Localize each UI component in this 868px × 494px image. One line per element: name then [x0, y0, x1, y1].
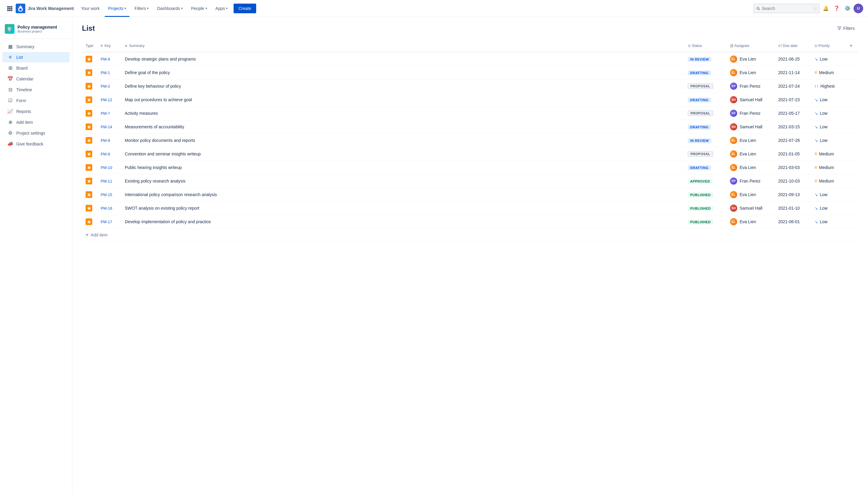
- cell-type: ▣: [82, 161, 97, 174]
- user-avatar[interactable]: U: [853, 4, 863, 13]
- table-row[interactable]: ▣ PM-8 Convention and seminar insights w…: [82, 147, 858, 161]
- cell-summary: Develop strategic plans and programs: [121, 52, 684, 66]
- status-badge[interactable]: DRAFTING: [688, 165, 711, 170]
- status-badge[interactable]: DRAFTING: [688, 125, 711, 130]
- logo[interactable]: Jira Work Management: [16, 4, 74, 13]
- sidebar-item-list[interactable]: ≡ List: [2, 52, 70, 62]
- issue-key-link[interactable]: PM-12: [101, 98, 112, 102]
- table-row[interactable]: ▣ PM-12 Map out procedures to achieve go…: [82, 93, 858, 107]
- task-icon: ▣: [86, 110, 92, 117]
- sidebar-item-board[interactable]: ⊞ Board: [2, 63, 70, 73]
- table-row[interactable]: ▣ PM-16 SWOT analysis on existing policy…: [82, 202, 858, 215]
- table-row[interactable]: ▣ PM-1 Define goal of the policy DRAFTIN…: [82, 66, 858, 79]
- table-row[interactable]: ▣ PM-9 Monitor policy documents and repo…: [82, 134, 858, 147]
- table-row[interactable]: ▣ PM-2 Define key behaviour of policy PR…: [82, 79, 858, 93]
- create-button[interactable]: Create: [234, 4, 256, 13]
- table-row[interactable]: ▣ PM-9 Develop strategic plans and progr…: [82, 52, 858, 66]
- settings-button[interactable]: ⚙️: [843, 4, 852, 13]
- priority-label: Low: [820, 192, 828, 197]
- priority-icon: ≡: [814, 151, 817, 157]
- avatar: EL: [730, 164, 737, 171]
- cell-status: PUBLISHED: [684, 188, 726, 202]
- table-row[interactable]: ▣ PM-7 Activity measures PROPOSAL FP Fra…: [82, 107, 858, 120]
- add-column-button[interactable]: +: [848, 42, 855, 50]
- issue-key-link[interactable]: PM-16: [101, 206, 112, 211]
- add-item-icon: ⊕: [7, 119, 13, 125]
- reports-icon: 📈: [7, 109, 13, 114]
- assignee-cell: EL Eva Lien: [730, 164, 771, 171]
- nav-projects[interactable]: Projects ▾: [105, 0, 130, 17]
- cell-add: [844, 147, 858, 161]
- svg-rect-5: [11, 8, 12, 10]
- assignee-name: Samuel Hall: [740, 206, 762, 211]
- filters-caret: ▾: [147, 7, 149, 10]
- sidebar-item-timeline[interactable]: ⊟ Timeline: [2, 84, 70, 95]
- nav-people[interactable]: People ▾: [187, 0, 211, 17]
- nav-apps[interactable]: Apps ▾: [212, 0, 232, 17]
- issue-summary: Map out procedures to achieve goal: [125, 97, 192, 102]
- issue-key-link[interactable]: PM-15: [101, 192, 112, 197]
- status-badge[interactable]: APPROVED: [688, 179, 713, 184]
- nav-filters[interactable]: Filters ▾: [131, 0, 152, 17]
- issue-key-link[interactable]: PM-8: [101, 152, 110, 156]
- avatar: SH: [730, 205, 737, 212]
- sidebar-item-calendar[interactable]: 📅 Calendar: [2, 74, 70, 84]
- add-item-cell[interactable]: + Add item: [82, 229, 858, 242]
- sidebar-item-give-feedback[interactable]: 📣 Give feedback: [2, 138, 70, 149]
- sidebar-item-add-item[interactable]: ⊕ Add item: [2, 117, 70, 128]
- issue-key-link[interactable]: PM-9: [101, 138, 110, 143]
- cell-type: ▣: [82, 66, 97, 79]
- issue-key-link[interactable]: PM-10: [101, 165, 112, 170]
- nav-your-work[interactable]: Your work: [77, 0, 104, 17]
- search-box[interactable]: /: [754, 4, 820, 13]
- status-badge[interactable]: IN REVIEW: [688, 138, 711, 143]
- priority-label: Low: [820, 206, 828, 211]
- issue-key-link[interactable]: PM-14: [101, 125, 112, 129]
- projects-caret: ▾: [125, 7, 126, 10]
- priority-label: Medium: [819, 152, 834, 156]
- cell-status: APPROVED: [684, 174, 726, 188]
- status-badge[interactable]: IN REVIEW: [688, 57, 711, 62]
- status-badge[interactable]: DRAFTING: [688, 71, 711, 75]
- priority-cell: ↘ Low: [814, 138, 840, 143]
- issue-key-link[interactable]: PM-7: [101, 111, 110, 116]
- add-item-button[interactable]: + Add item: [86, 232, 855, 238]
- nav-dashboards[interactable]: Dashboards ▾: [153, 0, 186, 17]
- issue-key-link[interactable]: PM-9: [101, 57, 110, 61]
- cell-type: ▣: [82, 147, 97, 161]
- status-badge[interactable]: PUBLISHED: [688, 220, 713, 224]
- table-row[interactable]: ▣ PM-15 International policy comparison …: [82, 188, 858, 202]
- issue-summary: Define key behaviour of policy: [125, 84, 181, 89]
- table-row[interactable]: ▣ PM-11 Existing policy research analysi…: [82, 174, 858, 188]
- status-badge[interactable]: DRAFTING: [688, 98, 711, 102]
- assignee-cell: FP Fran Perez: [730, 177, 771, 185]
- cell-summary: Convention and seminar insights writeup: [121, 147, 684, 161]
- table-row[interactable]: ▣ PM-14 Measurements of accountability D…: [82, 120, 858, 134]
- priority-label: Highest: [820, 84, 834, 89]
- main-content: List Filters Type # Key ≡ Summa: [72, 17, 868, 494]
- status-badge[interactable]: PUBLISHED: [688, 192, 713, 197]
- status-badge[interactable]: PROPOSAL: [688, 83, 713, 89]
- table-row[interactable]: ▣ PM-17 Develop implementation of policy…: [82, 215, 858, 229]
- notifications-button[interactable]: 🔔: [821, 4, 831, 13]
- cell-priority: ↘ Low: [811, 93, 844, 107]
- sidebar-item-project-settings[interactable]: ⚙ Project settings: [2, 128, 70, 138]
- issue-key-link[interactable]: PM-1: [101, 71, 110, 75]
- issue-key-link[interactable]: PM-2: [101, 84, 110, 89]
- filters-button[interactable]: Filters: [834, 24, 858, 33]
- cell-priority: ≡ Medium: [811, 161, 844, 174]
- status-badge[interactable]: PROPOSAL: [688, 151, 713, 157]
- assignee-cell: EL Eva Lien: [730, 55, 771, 63]
- sidebar-item-summary[interactable]: ▦ Summary: [2, 41, 70, 52]
- help-button[interactable]: ❓: [832, 4, 842, 13]
- status-badge[interactable]: PROPOSAL: [688, 111, 713, 116]
- status-badge[interactable]: PUBLISHED: [688, 206, 713, 211]
- search-input[interactable]: [762, 6, 811, 11]
- sidebar-item-reports[interactable]: 📈 Reports: [2, 106, 70, 117]
- grid-menu-icon[interactable]: [5, 4, 15, 13]
- table-row[interactable]: ▣ PM-10 Public hearing insights writeup …: [82, 161, 858, 174]
- issue-key-link[interactable]: PM-17: [101, 220, 112, 224]
- sidebar-item-form[interactable]: ☑ Form: [2, 95, 70, 106]
- issue-key-link[interactable]: PM-11: [101, 179, 112, 184]
- add-item-row[interactable]: + Add item: [82, 229, 858, 242]
